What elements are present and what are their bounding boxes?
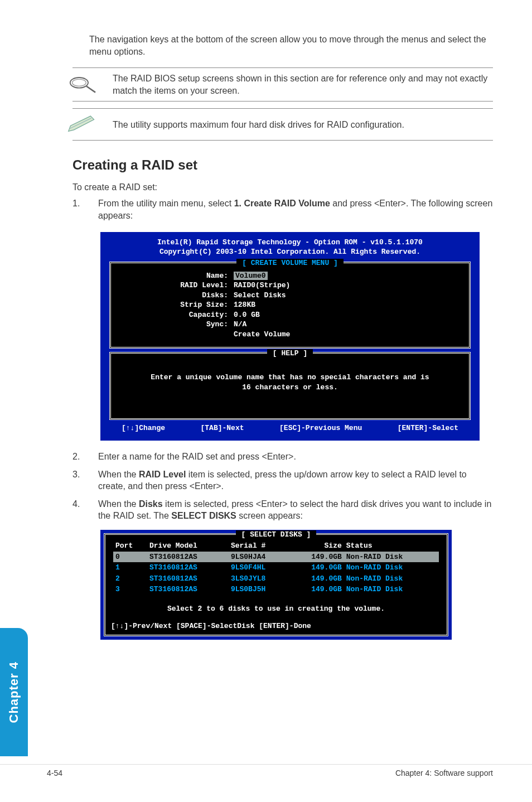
cv-val: N/A — [234, 320, 246, 330]
cv-row: Strip Size:128KB — [122, 300, 458, 310]
bios-header-1: Intel(R) Rapid Storage Technology - Opti… — [109, 238, 471, 248]
step-num: 3. — [72, 468, 84, 492]
table-cell: 149.0GB — [289, 562, 344, 573]
table-cell: Non-RAID Disk — [344, 552, 439, 563]
rule-bot-1 — [72, 101, 493, 102]
note-row-1: The RAID BIOS setup screens shown in thi… — [61, 68, 493, 101]
step-num: 1. — [72, 197, 84, 221]
bios-footer-key: [TAB]-Next — [201, 423, 244, 433]
bios-footer-key: [ESC]-Previous Menu — [279, 423, 362, 433]
table-cell: 0 — [113, 552, 147, 563]
cv-key: Sync: — [122, 320, 234, 330]
table-cell: 9LS0BJ5H — [229, 584, 290, 595]
table-row: 0ST3160812AS9LS0HJA4149.0GBNon-RAID Disk — [113, 552, 439, 563]
cv-val: Volume0 — [234, 271, 268, 281]
table-cell: 2 — [113, 573, 147, 584]
table-row: 3ST3160812AS9LS0BJ5H149.0GBNon-RAID Disk — [113, 584, 439, 595]
disks-header: Drive Model — [147, 540, 229, 552]
cv-row: Capacity:0.0 GB — [122, 310, 458, 320]
disks-table: PortDrive ModelSerial #SizeStatus 0ST316… — [113, 540, 439, 595]
step4-a: When the — [98, 499, 139, 509]
cv-key: Capacity: — [122, 310, 234, 320]
step3-b: RAID Level — [139, 470, 186, 479]
bios-footer-key: [ENTER]-Select — [398, 423, 458, 433]
step-4: 4. When the Disks item is selected, pres… — [72, 498, 493, 522]
table-cell: 9LS0F4HL — [229, 562, 290, 573]
rule-bot-2 — [72, 140, 493, 141]
cv-key: Name: — [122, 271, 234, 281]
cv-val: 0.0 GB — [234, 310, 260, 320]
step-1: 1. From the utility main menu, select 1.… — [72, 197, 493, 221]
step-3: 3. When the RAID Level item is selected,… — [72, 468, 493, 492]
step4-e: screen appears: — [236, 511, 303, 520]
step2-text: Enter a name for the RAID set and press … — [98, 451, 493, 463]
svg-point-1 — [72, 79, 86, 86]
help-text-2: 16 characters or less. — [121, 383, 459, 393]
svg-line-4 — [70, 118, 91, 129]
disks-footer: [↑↓]-Prev/Next [SPACE]-SelectDisk [ENTER… — [111, 621, 439, 631]
cv-row: Name:Volume0 — [122, 271, 458, 281]
bios-footer: [↑↓]Change[TAB]-Next[ESC]-Previous Menu[… — [109, 420, 471, 434]
step-num: 2. — [72, 451, 84, 463]
table-cell: 149.0GB — [289, 573, 344, 584]
intro-text: The navigation keys at the bottom of the… — [89, 33, 493, 57]
page-number: 4-54 — [47, 768, 62, 779]
pencil-icon — [61, 113, 100, 136]
table-cell: 149.0GB — [289, 584, 344, 595]
help-label: [ HELP ] — [267, 349, 313, 357]
cv-row: Sync:N/A — [122, 320, 458, 330]
note-row-2: The utility supports maximum four hard d… — [61, 109, 493, 140]
table-cell: ST3160812AS — [147, 552, 229, 563]
cv-row: RAID Level:RAID0(Stripe) — [122, 281, 458, 291]
disks-header: Status — [344, 540, 439, 552]
cv-row: Create Volume — [122, 330, 458, 340]
bios-footer-key: [↑↓]Change — [122, 423, 165, 433]
cv-val: 128KB — [234, 300, 255, 310]
cv-key: Disks: — [122, 291, 234, 301]
chapter-title-footer: Chapter 4: Software support — [395, 768, 493, 779]
disks-msg: Select 2 to 6 disks to use in creating t… — [113, 595, 439, 622]
create-volume-label: [ CREATE VOLUME MENU ] — [236, 259, 344, 267]
step3-a: When the — [98, 470, 139, 479]
magnifier-icon — [61, 74, 100, 96]
step4-b: Disks — [139, 499, 163, 509]
cv-val: Select Disks — [234, 291, 286, 301]
step1-b: 1. Create RAID Volume — [234, 199, 330, 208]
table-cell: ST3160812AS — [147, 562, 229, 573]
section-title: Creating a RAID set — [72, 156, 493, 174]
chapter-tab-label: Chapter 4 — [6, 661, 22, 723]
cv-key: Strip Size: — [122, 300, 234, 310]
svg-line-2 — [86, 86, 95, 92]
cv-key — [122, 330, 234, 340]
disks-header: Port — [113, 540, 147, 552]
disks-header: Size — [289, 540, 344, 552]
bios-header-2: Copyright(C) 2003-10 Intel Corporation. … — [109, 247, 471, 257]
table-cell: Non-RAID Disk — [344, 562, 439, 573]
cv-val: RAID0(Stripe) — [234, 281, 290, 291]
chapter-tab: Chapter 4 — [0, 628, 28, 756]
disks-header: Serial # — [229, 540, 290, 552]
table-row: 1ST3160812AS9LS0F4HL149.0GBNon-RAID Disk — [113, 562, 439, 573]
table-cell: 3LS0JYL8 — [229, 573, 290, 584]
section-sub: To create a RAID set: — [72, 181, 493, 194]
table-cell: 149.0GB — [289, 552, 344, 563]
help-frame: [ HELP ] Enter a unique volume name that… — [109, 352, 471, 419]
table-cell: 9LS0HJA4 — [229, 552, 290, 563]
note-text-1: The RAID BIOS setup screens shown in thi… — [113, 73, 493, 96]
step-2: 2. Enter a name for the RAID set and pre… — [72, 451, 493, 463]
table-cell: 3 — [113, 584, 147, 595]
step1-a: From the utility main menu, select — [98, 199, 234, 208]
table-cell: Non-RAID Disk — [344, 573, 439, 584]
create-volume-frame: [ CREATE VOLUME MENU ] Name:Volume0 RAID… — [109, 262, 471, 349]
cv-val: Create Volume — [234, 330, 290, 340]
cv-key: RAID Level: — [122, 281, 234, 291]
bios-create-volume: Intel(R) Rapid Storage Technology - Opti… — [100, 232, 480, 441]
table-cell: ST3160812AS — [147, 573, 229, 584]
select-disks-label: [ SELECT DISKS ] — [236, 530, 317, 539]
select-disks-panel: [ SELECT DISKS ] PortDrive ModelSerial #… — [100, 530, 452, 640]
note-text-2: The utility supports maximum four hard d… — [113, 119, 493, 131]
cv-row: Disks:Select Disks — [122, 291, 458, 301]
table-cell: Non-RAID Disk — [344, 584, 439, 595]
step-num: 4. — [72, 498, 84, 522]
table-row: 2ST3160812AS3LS0JYL8149.0GBNon-RAID Disk — [113, 573, 439, 584]
